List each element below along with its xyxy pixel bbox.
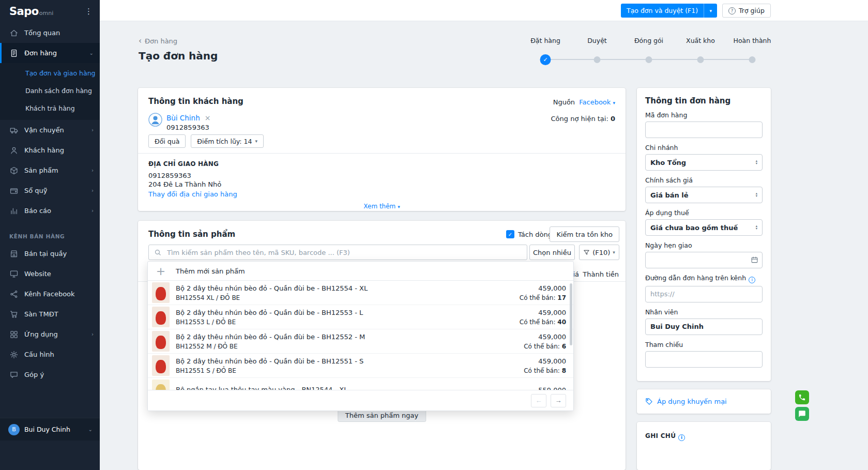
sidebar-item-cau-hinh[interactable]: Cấu hình	[0, 344, 100, 365]
sidebar-item-tong-quan[interactable]: Tổng quan	[0, 23, 100, 43]
pos-icon	[9, 249, 19, 259]
channel-url-input[interactable]	[645, 286, 763, 302]
user-menu[interactable]: B Bui Duy Chinh ⌄	[0, 418, 100, 441]
column-total: Thành tiền	[583, 270, 619, 278]
next-page-button[interactable]: →	[551, 394, 566, 407]
sidebar-item-kenh-facebook[interactable]: Kênh Facebook	[0, 284, 100, 304]
chevron-right-icon: ›	[92, 332, 94, 337]
change-address-link[interactable]: Thay đổi địa chỉ giao hàng	[148, 190, 237, 198]
delivery-date-input[interactable]	[645, 252, 763, 268]
select-stepper-icon: ▴▾	[756, 225, 757, 231]
product-suggestion-row[interactable]: Bộ 2 dây thêu nhún bèo đỏ - Quần đùi be …	[148, 354, 573, 378]
shipping-address: 204 Đê La Thành Nhỏ	[148, 180, 221, 188]
customer-phone: 0912859363	[166, 124, 209, 131]
step-dong-goi: Đóng gói	[623, 37, 675, 44]
sidebar-item-ung-dung[interactable]: Ứng dụng ›	[0, 324, 100, 344]
apps-icon	[9, 330, 19, 339]
sapo-logo[interactable]: Sapoomni	[9, 5, 53, 18]
shipping-address-heading: ĐỊA CHỈ GIAO HÀNG	[148, 160, 219, 168]
user-name: Bui Duy Chinh	[24, 426, 70, 433]
remove-customer-icon[interactable]: ×	[205, 114, 211, 122]
page-title: Tạo đơn hàng	[139, 50, 218, 62]
check-stock-button[interactable]: Kiểm tra tồn kho	[550, 226, 619, 242]
sidebar-item-don-hang[interactable]: Đơn hàng ⌄	[0, 43, 100, 63]
step-dat-hang: Đặt hàng ✓	[520, 37, 571, 44]
sidebar-item-so-quy[interactable]: Sổ quỹ ›	[0, 180, 100, 201]
apply-promotion-link[interactable]: Áp dụng khuyến mại	[645, 398, 727, 405]
sidebar-item-danh-sach-don-hang[interactable]: Danh sách đơn hàng	[0, 82, 100, 99]
staff-input[interactable]	[645, 319, 763, 335]
more-menu-icon[interactable]: ⋮	[85, 7, 93, 16]
sidebar-item-khach-tra-hang[interactable]: Khách trả hàng	[0, 99, 100, 117]
website-icon	[9, 269, 19, 279]
gift-button[interactable]: Đổi quà	[148, 134, 186, 148]
promotion-card: Áp dụng khuyến mại	[637, 389, 771, 414]
caret-down-icon: ▾	[613, 100, 615, 105]
sidebar-item-van-chuyen[interactable]: Vận chuyển ›	[0, 120, 100, 140]
chevron-right-icon: ›	[92, 188, 94, 193]
chevron-down-icon: ⌄	[88, 427, 93, 432]
product-variant: BH12554 XL / ĐỎ BE	[176, 294, 513, 302]
breadcrumb[interactable]: ‹ Đơn hàng	[139, 37, 177, 45]
sidebar-item-ban-tai-quay[interactable]: Bán tại quầy	[0, 244, 100, 264]
call-widget-button[interactable]	[795, 390, 809, 404]
sidebar-item-website[interactable]: Website	[0, 264, 100, 284]
product-suggestion-row[interactable]: Bộ 2 dây thêu nhún bèo đỏ - Quần đùi be …	[148, 305, 573, 329]
step-done-check-icon: ✓	[540, 54, 551, 65]
prev-page-button[interactable]: ←	[531, 394, 546, 407]
add-new-product-row[interactable]: + Thêm mới sản phẩm	[148, 262, 573, 281]
create-approve-dropdown-toggle[interactable]: ▾	[704, 4, 717, 18]
sidebar-item-san-pham[interactable]: Sản phẩm ›	[0, 160, 100, 180]
sidebar-item-khach-hang[interactable]: Khách hàng	[0, 140, 100, 160]
product-suggestion-row[interactable]: Bộ 2 dây thêu nhún bèo đỏ - Quần đùi be …	[148, 281, 573, 305]
loyalty-points-button[interactable]: Điểm tích lũy: 14 ▾	[191, 134, 264, 148]
create-approve-split-button: Tạo đơn và duyệt (F1) ▾	[621, 4, 717, 18]
reference-input[interactable]	[645, 351, 763, 368]
reports-icon	[9, 206, 19, 216]
source-facebook-link[interactable]: Facebook ▾	[579, 98, 615, 106]
calendar-icon[interactable]	[751, 256, 758, 264]
product-variant: BH12552 M / ĐỎ BE	[176, 342, 517, 351]
sidebar-item-tao-don-va-giao-hang[interactable]: Tạo đơn và giao hàng	[0, 64, 100, 82]
step-duyet: Duyệt	[571, 37, 623, 44]
filter-button[interactable]: (F10) ▾	[579, 245, 619, 260]
product-price: 459,000	[520, 284, 566, 293]
customer-name-link[interactable]: Bùi Chinh	[166, 114, 200, 122]
note-heading: GHI CHÚi	[645, 432, 763, 441]
product-name: Bộ 2 dây thêu nhún bèo đỏ - Quần đùi be …	[176, 284, 513, 293]
product-search-input[interactable]	[166, 248, 522, 257]
product-name: Bộ 2 dây thêu nhún bèo đỏ - Quần đùi be …	[176, 332, 517, 341]
step-pending-dot	[594, 56, 601, 63]
step-pending-dot	[646, 56, 652, 63]
scrollbar-thumb[interactable]	[570, 283, 572, 345]
marketplace-icon	[9, 310, 19, 319]
branch-select[interactable]: Kho Tổng ▴▾	[645, 154, 763, 171]
sidebar-item-gop-y[interactable]: Góp ý	[0, 365, 100, 385]
sidebar-item-bao-cao[interactable]: Báo cáo ›	[0, 201, 100, 221]
chat-widget-button[interactable]	[795, 407, 809, 421]
see-more-link[interactable]: Xem thêm ▾	[363, 203, 400, 210]
order-code-label: Mã đơn hàng	[645, 111, 763, 119]
price-policy-select[interactable]: Giá bán lẻ ▴▾	[645, 187, 763, 203]
dropdown-pagination: ← →	[148, 390, 573, 411]
product-search	[148, 245, 527, 260]
select-multiple-button[interactable]: Chọn nhiều	[529, 245, 575, 260]
help-button[interactable]: ? Trợ giúp	[722, 4, 771, 18]
split-line-checkbox[interactable]: ✓ Tách dòng	[506, 230, 552, 238]
product-thumbnail	[152, 331, 170, 352]
step-pending-dot	[749, 56, 756, 63]
order-code-input[interactable]	[645, 122, 763, 138]
customer-info-card: Thông tin khách hàng Nguồn Facebook ▾ Bù…	[138, 88, 626, 211]
orders-icon	[9, 49, 19, 58]
caret-down-icon: ▾	[613, 250, 615, 255]
order-card-title: Thông tin đơn hàng	[645, 96, 763, 105]
sidebar-item-san-tmdt[interactable]: Sàn TMĐT	[0, 304, 100, 324]
branch-label: Chi nhánh	[645, 144, 763, 151]
tax-select[interactable]: Giá chưa bao gồm thuế ▴▾	[645, 219, 763, 236]
create-and-approve-button[interactable]: Tạo đơn và duyệt (F1)	[621, 4, 704, 18]
step-xuat-kho: Xuất kho	[675, 37, 726, 44]
settings-icon	[9, 350, 19, 359]
app-root: Sapoomni ⋮ Tổng quan Đơn hàng ⌄ Tạo đơn …	[0, 0, 868, 470]
product-suggestion-row[interactable]: Bộ 2 dây thêu nhún bèo đỏ - Quần đùi be …	[148, 329, 573, 354]
select-stepper-icon: ▴▾	[756, 160, 757, 165]
